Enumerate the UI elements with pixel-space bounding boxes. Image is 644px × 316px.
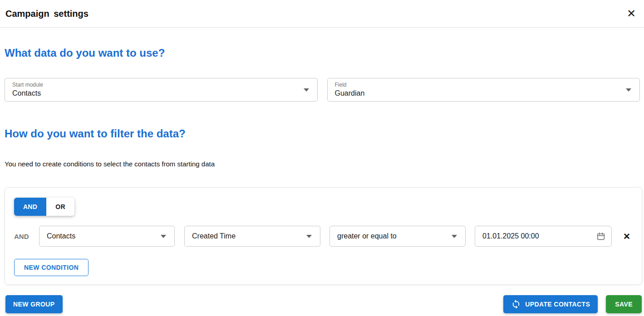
update-contacts-button[interactable]: UPDATE CONTACTS: [503, 295, 598, 313]
condition-comparator-select[interactable]: greater or equal to: [329, 226, 466, 247]
dialog-footer: NEW GROUP UPDATE CONTACTS SAVE: [5, 295, 642, 313]
condition-row: AND Contacts Created Time greater or equ…: [14, 226, 633, 247]
data-section-heading: What data do you want to use?: [5, 47, 639, 59]
chevron-down-icon: [161, 235, 166, 238]
condition-module-value: Contacts: [47, 232, 75, 241]
chevron-down-icon: [452, 235, 457, 238]
remove-condition-icon[interactable]: ✕: [623, 232, 630, 241]
and-toggle-button[interactable]: AND: [14, 198, 46, 216]
or-toggle-button[interactable]: OR: [46, 198, 74, 216]
start-module-select[interactable]: Start module Contacts: [5, 78, 318, 102]
sync-icon: [511, 299, 521, 309]
start-module-label: Start module: [12, 82, 299, 88]
start-module-value: Contacts: [12, 89, 299, 98]
chevron-down-icon: [626, 88, 631, 92]
save-button[interactable]: SAVE: [606, 295, 642, 313]
chevron-down-icon: [304, 88, 309, 92]
condition-module-select[interactable]: Contacts: [39, 226, 175, 247]
new-condition-button[interactable]: NEW CONDITION: [14, 259, 88, 276]
condition-field-select[interactable]: Created Time: [184, 226, 320, 247]
condition-date-input[interactable]: 01.01.2025 00:00: [475, 226, 612, 247]
condition-comparator-value: greater or equal to: [337, 232, 397, 241]
condition-date-value: 01.01.2025 00:00: [482, 232, 539, 241]
field-value: Guardian: [335, 89, 622, 98]
dialog-header: Campaign settings ✕: [0, 0, 644, 28]
campaign-settings-dialog: Campaign settings ✕ What data do you wan…: [0, 0, 644, 316]
footer-actions: UPDATE CONTACTS SAVE: [503, 295, 642, 313]
close-icon[interactable]: ✕: [627, 8, 636, 19]
filter-description: You need to create conditions to select …: [5, 160, 639, 168]
condition-field-value: Created Time: [192, 232, 236, 241]
calendar-icon[interactable]: [596, 231, 606, 241]
data-fields-row: Start module Contacts Field Guardian: [5, 78, 640, 102]
field-label: Field: [335, 82, 622, 88]
field-select[interactable]: Field Guardian: [327, 78, 640, 102]
new-group-button[interactable]: NEW GROUP: [5, 295, 63, 313]
condition-group: AND OR AND Contacts Created Time greater…: [5, 187, 642, 285]
chevron-down-icon: [306, 235, 312, 238]
page-title: Campaign settings: [5, 9, 88, 19]
filter-section-heading: How do you want to filter the data?: [5, 127, 639, 140]
operator-toggle: AND OR: [14, 198, 74, 216]
row-operator-label: AND: [14, 233, 39, 240]
update-contacts-label: UPDATE CONTACTS: [525, 301, 590, 308]
